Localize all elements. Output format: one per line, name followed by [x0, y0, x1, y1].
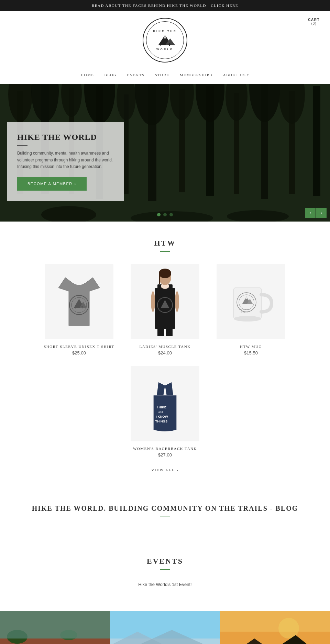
events-title: EVENTS	[10, 557, 320, 566]
product-mug[interactable]: TAKE A HIK WORLD HTW MUG $15.50	[213, 264, 289, 355]
cart-label: CART	[308, 18, 320, 22]
svg-rect-56	[166, 328, 173, 336]
product-tshirt-name: SHORT-SLEEVE UNISEX T-SHIRT	[41, 344, 117, 349]
event-image-1[interactable]	[0, 611, 110, 644]
svg-point-58	[234, 316, 261, 321]
right-arrow-icon: ›	[321, 210, 322, 216]
blog-section: HIKE THE WORLD. BUILDING COMMUNITY ON TH…	[0, 490, 330, 543]
logo[interactable]: HIKE THE WORLD	[143, 18, 187, 63]
hero-description: Building community, mental health awaren…	[17, 150, 113, 170]
product-racerback[interactable]: I HIKE and I KNOW THINGS WOMEN'S RACERBA…	[127, 366, 203, 457]
event-image-2[interactable]	[110, 611, 220, 644]
product-racerback-image: I HIKE and I KNOW THINGS	[131, 366, 199, 441]
left-arrow-icon: ‹	[310, 210, 311, 216]
nav-home[interactable]: HOME	[81, 73, 94, 77]
logo-outer-ring: HIKE THE WORLD	[143, 18, 187, 63]
events-section: EVENTS Hike the World's 1st Event!	[0, 543, 330, 601]
chevron-right-icon: ›	[75, 182, 76, 186]
hero-content: HIKE THE WORLD Building community, menta…	[7, 122, 124, 201]
svg-point-54	[175, 291, 179, 312]
svg-text:TAKE A HIK: TAKE A HIK	[239, 308, 250, 310]
product-mug-price: $15.50	[213, 350, 289, 355]
product-tshirt-image	[45, 264, 113, 339]
view-all-link[interactable]: VIEW ALL ›	[151, 468, 179, 472]
cart-count: (0)	[308, 22, 320, 25]
events-underline	[160, 569, 170, 570]
nav-membership-label: MEMBERSHIP	[180, 73, 210, 77]
svg-rect-30	[313, 86, 320, 196]
hero-section: HIKE THE WORLD Building community, menta…	[0, 84, 330, 222]
next-arrow-button[interactable]: ›	[316, 208, 327, 218]
products-grid: SHORT-SLEEVE UNISEX T-SHIRT $25.00	[10, 264, 320, 457]
cart-button[interactable]: CART (0)	[308, 18, 320, 25]
become-member-button[interactable]: BECOME A MEMBER ›	[17, 177, 87, 191]
product-tshirt-price: $25.00	[41, 350, 117, 355]
hero-arrows: ‹ ›	[305, 208, 327, 218]
nav-blog[interactable]: BLOG	[104, 73, 117, 77]
header: HIKE THE WORLD CART (0)	[0, 11, 330, 69]
top-banner[interactable]: READ ABOUT THE FACES BEHIND HIKE THE WOR…	[0, 0, 330, 11]
products-section: HTW	[0, 222, 330, 490]
svg-text:I KNOW: I KNOW	[156, 415, 168, 418]
blog-title: HIKE THE WORLD. BUILDING COMMUNITY ON TH…	[10, 504, 320, 513]
nav-membership[interactable]: MEMBERSHIP ▾	[180, 73, 213, 77]
racerback-svg: I HIKE and I KNOW THINGS	[144, 369, 186, 438]
nav-about-label: ABOUT US	[223, 73, 246, 77]
tank-svg	[144, 267, 186, 336]
right-arrow-icon: ›	[177, 468, 179, 472]
product-racerback-name: WOMEN'S RACERBACK TANK	[127, 447, 203, 451]
logo-inner-ring	[146, 21, 184, 59]
tshirt-svg	[52, 271, 107, 332]
event-image-3[interactable]	[220, 611, 330, 644]
dot-1[interactable]	[157, 213, 161, 216]
svg-text:and: and	[158, 410, 163, 414]
svg-rect-50	[159, 273, 160, 284]
svg-point-53	[151, 291, 155, 312]
nav-store[interactable]: STORE	[155, 73, 169, 77]
product-mug-name: HTW MUG	[213, 344, 289, 349]
product-tank-name: LADIES' MUSCLE TANK	[127, 344, 203, 349]
dot-3[interactable]	[169, 213, 173, 216]
svg-point-49	[159, 269, 171, 278]
hero-title: HIKE THE WORLD	[17, 133, 113, 142]
product-tshirt[interactable]: SHORT-SLEEVE UNISEX T-SHIRT $25.00	[41, 264, 117, 355]
product-racerback-price: $27.00	[127, 452, 203, 457]
svg-rect-94	[220, 611, 330, 632]
nav-events[interactable]: EVENTS	[127, 73, 144, 77]
event-images-row	[0, 611, 330, 644]
prev-arrow-button[interactable]: ‹	[305, 208, 316, 218]
dot-2[interactable]	[163, 213, 167, 216]
svg-rect-55	[157, 328, 164, 336]
hero-divider	[17, 145, 28, 146]
events-featured: Hike the World's 1st Event!	[10, 582, 320, 587]
chevron-down-icon: ▾	[247, 74, 249, 77]
product-tank-image	[131, 264, 199, 339]
svg-text:I HIKE: I HIKE	[157, 405, 166, 409]
hero-dots	[157, 213, 173, 216]
view-all-label: VIEW ALL	[151, 468, 175, 472]
svg-rect-44	[155, 288, 175, 329]
svg-rect-80	[0, 611, 110, 639]
svg-text:WORLD: WORLD	[241, 311, 249, 313]
navigation: HOME BLOG EVENTS STORE MEMBERSHIP ▾ ABOU…	[0, 69, 330, 84]
nav-about-us[interactable]: ABOUT US ▾	[223, 73, 249, 77]
products-section-title: HTW	[10, 239, 320, 248]
mug-svg: TAKE A HIK WORLD	[227, 274, 275, 329]
section-underline	[160, 251, 170, 252]
blog-underline	[160, 517, 170, 517]
banner-text: READ ABOUT THE FACES BEHIND HIKE THE WOR…	[92, 3, 238, 8]
svg-text:THINGS: THINGS	[155, 419, 167, 423]
product-tank[interactable]: LADIES' MUSCLE TANK $24.00	[127, 264, 203, 355]
product-tank-price: $24.00	[127, 350, 203, 355]
chevron-down-icon: ▾	[211, 74, 213, 77]
become-member-label: BECOME A MEMBER	[28, 182, 73, 186]
product-mug-image: TAKE A HIK WORLD	[217, 264, 285, 339]
